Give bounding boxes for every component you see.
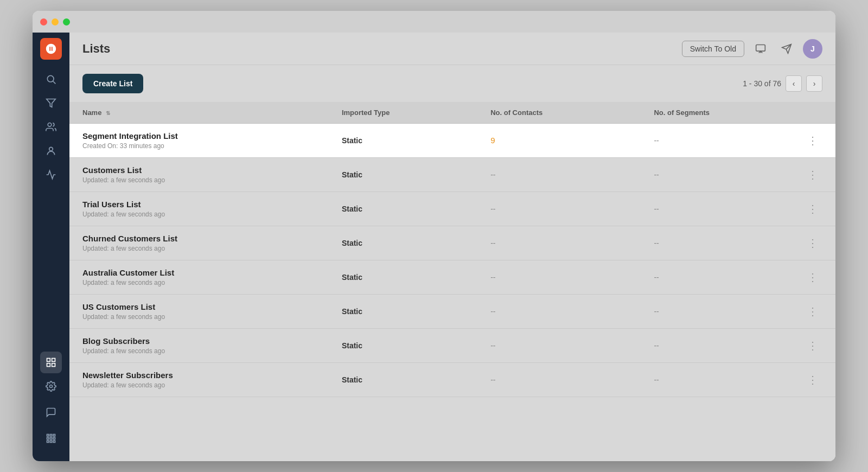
segments-value: -- [654,136,659,145]
sidebar-item-users[interactable] [40,140,62,162]
svg-rect-5 [47,359,50,362]
contact-count-value: -- [490,307,495,316]
cell-contacts: -- [477,329,641,363]
type-badge: Static [342,375,362,384]
sidebar [33,33,69,461]
type-badge: Static [342,170,362,179]
table-row[interactable]: Trial Users List Updated: a few seconds … [69,192,835,226]
svg-rect-15 [53,437,55,439]
row-actions-button[interactable]: ⋮ [803,166,822,183]
sidebar-item-lists[interactable] [40,352,62,373]
cell-type: Static [329,124,477,158]
main-content: Lists Switch To Old J [69,33,835,461]
cell-actions: ⋮ [790,192,835,226]
cell-actions: ⋮ [790,158,835,192]
sidebar-item-search[interactable] [40,68,62,90]
header-actions: Switch To Old J [682,39,822,59]
th-name: Name ⇅ [69,102,329,124]
presentation-icon-button[interactable] [751,39,770,59]
cell-type: Static [329,329,477,363]
segments-value: -- [654,205,659,213]
svg-rect-17 [50,441,52,442]
segments-value: -- [654,170,659,179]
svg-rect-6 [52,359,55,362]
row-actions-button[interactable]: ⋮ [803,200,822,218]
cell-name: Segment Integration List Created On: 33 … [69,124,329,158]
row-actions-button[interactable]: ⋮ [803,234,822,252]
th-segments: No. of Segments [641,102,790,124]
segments-value: -- [654,273,659,282]
segments-value: -- [654,239,659,247]
switch-to-old-button[interactable]: Switch To Old [682,41,744,57]
table-body: Segment Integration List Created On: 33 … [69,124,835,397]
cell-name: Newsletter Subscribers Updated: a few se… [69,363,329,397]
svg-rect-13 [47,437,49,439]
row-actions-button[interactable]: ⋮ [803,132,822,149]
cell-actions: ⋮ [790,329,835,363]
sidebar-item-filter[interactable] [40,92,62,114]
contact-count-value: -- [490,170,495,179]
cell-contacts: -- [477,260,641,295]
sidebar-item-help[interactable] [40,401,62,423]
list-name: Segment Integration List [82,131,316,141]
cell-actions: ⋮ [790,124,835,158]
cell-name: Customers List Updated: a few seconds ag… [69,158,329,192]
table-row[interactable]: Segment Integration List Created On: 33 … [69,124,835,158]
create-list-button[interactable]: Create List [82,74,143,93]
type-badge: Static [342,341,362,350]
list-name: Trial Users List [82,200,316,209]
row-actions-button[interactable]: ⋮ [803,371,822,388]
cell-actions: ⋮ [790,363,835,397]
cell-type: Static [329,192,477,226]
sidebar-item-contacts[interactable] [40,116,62,138]
cell-contacts: -- [477,192,641,226]
row-actions-button[interactable]: ⋮ [803,269,822,286]
sidebar-item-campaigns[interactable] [40,164,62,186]
cell-contacts: 9 [477,124,641,158]
prev-page-button[interactable]: ‹ [786,75,802,92]
next-page-button[interactable]: › [806,75,822,92]
cell-segments: -- [641,329,790,363]
svg-point-0 [47,75,54,82]
list-name: Churned Customers List [82,234,316,243]
lists-table: Name ⇅ Imported Type No. of Contacts No.… [69,102,835,397]
table-row[interactable]: Newsletter Subscribers Updated: a few se… [69,363,835,397]
table-row[interactable]: Customers List Updated: a few seconds ag… [69,158,835,192]
list-meta: Updated: a few seconds ago [82,176,316,184]
svg-rect-10 [47,435,49,436]
row-actions-button[interactable]: ⋮ [803,303,822,320]
svg-marker-2 [47,99,56,107]
header: Lists Switch To Old J [69,33,835,65]
sidebar-item-grid[interactable] [40,428,62,449]
svg-rect-19 [756,44,765,51]
table-row[interactable]: Churned Customers List Updated: a few se… [69,226,835,260]
type-badge: Static [342,307,362,316]
maximize-button[interactable] [63,18,70,25]
row-actions-button[interactable]: ⋮ [803,337,822,354]
contact-count-value: -- [490,375,495,384]
svg-rect-7 [47,363,50,367]
svg-point-3 [48,123,52,127]
sidebar-item-settings[interactable] [40,375,62,397]
cell-actions: ⋮ [790,295,835,329]
cell-contacts: -- [477,158,641,192]
list-name: Australia Customer List [82,268,316,277]
cell-segments: -- [641,260,790,295]
type-badge: Static [342,136,362,145]
table-row[interactable]: Australia Customer List Updated: a few s… [69,260,835,295]
toolbar: Create List 1 - 30 of 76 ‹ › [69,65,835,102]
table-row[interactable]: US Customers List Updated: a few seconds… [69,295,835,329]
user-avatar[interactable]: J [803,39,822,59]
svg-rect-8 [52,363,55,367]
send-icon-button[interactable] [777,39,796,59]
list-meta: Updated: a few seconds ago [82,211,316,218]
list-meta: Updated: a few seconds ago [82,245,316,252]
svg-rect-18 [53,441,55,442]
cell-segments: -- [641,192,790,226]
cell-type: Static [329,260,477,295]
sidebar-logo[interactable] [40,38,62,60]
table-row[interactable]: Blog Subscribers Updated: a few seconds … [69,329,835,363]
close-button[interactable] [40,18,47,25]
minimize-button[interactable] [52,18,59,25]
pagination-text: 1 - 30 of 76 [743,79,781,88]
